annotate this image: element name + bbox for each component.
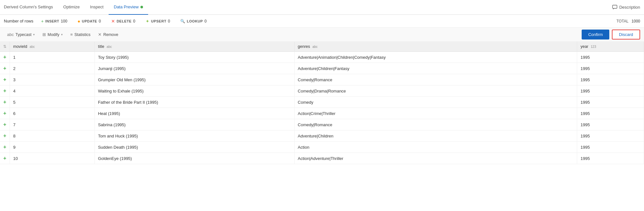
delete-icon: ✕: [111, 19, 115, 24]
col-movieid: movieId abc: [10, 42, 95, 52]
table-row: +3Grumpier Old Men (1995)Comedy|Romance1…: [0, 74, 644, 85]
confirm-button[interactable]: Confirm: [582, 30, 609, 40]
cell-year: 1995: [577, 108, 644, 119]
delete-stat: ✕ DELETE 0: [111, 19, 135, 24]
cell-genres: Action|Crime|Thriller: [294, 108, 577, 119]
comment-icon: [612, 5, 617, 10]
modify-button[interactable]: ⊞ Modify ▾: [39, 31, 66, 38]
update-stat: ● UPDATE 0: [77, 19, 101, 24]
cell-year: 1995: [577, 153, 644, 164]
table-body: +1Toy Story (1995)Adventure|Animation|Ch…: [0, 52, 644, 164]
discard-button[interactable]: Discard: [612, 30, 640, 40]
table-row: +4Waiting to Exhale (1995)Comedy|Drama|R…: [0, 85, 644, 97]
cell-movieid: 8: [10, 130, 95, 142]
cell-genres: Comedy|Drama|Romance: [294, 85, 577, 97]
row-add-button[interactable]: +: [0, 52, 10, 63]
cell-genres: Comedy|Romance: [294, 74, 577, 85]
total-stat: TOTAL 1000: [616, 19, 640, 23]
svg-rect-0: [613, 5, 617, 8]
statistics-button[interactable]: ≡ Statistics: [67, 31, 94, 38]
col-year: year 123: [577, 42, 644, 52]
table-row: +2Jumanji (1995)Adventure|Children|Fanta…: [0, 63, 644, 74]
cell-year: 1995: [577, 97, 644, 108]
cell-movieid: 7: [10, 119, 95, 130]
table-row: +5Father of the Bride Part II (1995)Come…: [0, 97, 644, 108]
cell-genres: Adventure|Animation|Children|Comedy|Fant…: [294, 52, 577, 63]
cell-year: 1995: [577, 119, 644, 130]
cell-movieid: 1: [10, 52, 95, 63]
tab-inspect[interactable]: Inspect: [85, 0, 109, 15]
table-header-row: ⇅ movieId abc title abc genres abc year …: [0, 42, 644, 52]
cell-genres: Comedy: [294, 97, 577, 108]
cell-year: 1995: [577, 74, 644, 85]
cell-genres: Action: [294, 142, 577, 153]
col-title: title abc: [94, 42, 294, 52]
cell-title: Grumpier Old Men (1995): [94, 74, 294, 85]
cell-title: Sabrina (1995): [94, 119, 294, 130]
cell-title: Toy Story (1995): [94, 52, 294, 63]
table-row: +9Sudden Death (1995)Action1995: [0, 142, 644, 153]
cell-movieid: 2: [10, 63, 95, 74]
tab-optimize[interactable]: Optimize: [58, 0, 85, 15]
cell-genres: Adventure|Children|Fantasy: [294, 63, 577, 74]
table-row: +7Sabrina (1995)Comedy|Romance1995: [0, 119, 644, 130]
cell-genres: Action|Adventure|Thriller: [294, 153, 577, 164]
lookup-stat: 🔍 LOOKUP 0: [180, 19, 207, 23]
remove-icon: ✕: [98, 32, 102, 37]
cell-title: Father of the Bride Part II (1995): [94, 97, 294, 108]
row-add-button[interactable]: +: [0, 85, 10, 97]
cell-movieid: 3: [10, 74, 95, 85]
sort-icon[interactable]: ⇅: [3, 44, 6, 49]
lookup-icon: 🔍: [180, 19, 185, 23]
cell-movieid: 4: [10, 85, 95, 97]
table-row: +6Heat (1995)Action|Crime|Thriller1995: [0, 108, 644, 119]
tab-data-preview[interactable]: Data Preview: [109, 0, 148, 15]
typecast-chevron: ▾: [33, 33, 35, 36]
row-add-button[interactable]: +: [0, 97, 10, 108]
row-add-button[interactable]: +: [0, 108, 10, 119]
data-table-wrap: ⇅ movieId abc title abc genres abc year …: [0, 42, 644, 211]
cell-movieid: 6: [10, 108, 95, 119]
confirm-discard-actions: Confirm Discard: [582, 30, 640, 40]
row-add-button[interactable]: +: [0, 119, 10, 130]
cell-genres: Adventure|Children: [294, 130, 577, 142]
upsert-icon: ✦: [146, 19, 149, 24]
cell-year: 1995: [577, 52, 644, 63]
cell-movieid: 9: [10, 142, 95, 153]
statistics-icon: ≡: [70, 32, 73, 37]
update-icon: ●: [77, 19, 80, 24]
upsert-stat: ✦ UPSERT 0: [146, 19, 170, 24]
typecast-icon: abc: [7, 32, 14, 37]
col-sort: ⇅: [0, 42, 10, 52]
cell-year: 1995: [577, 130, 644, 142]
tab-derived-settings[interactable]: Derived Column's Settings: [4, 0, 58, 15]
table-row: +10GoldenEye (1995)Action|Adventure|Thri…: [0, 153, 644, 164]
table-row: +8Tom and Huck (1995)Adventure|Children1…: [0, 130, 644, 142]
row-add-button[interactable]: +: [0, 153, 10, 164]
cell-title: Sudden Death (1995): [94, 142, 294, 153]
remove-button[interactable]: ✕ Remove: [95, 31, 121, 38]
cell-title: GoldenEye (1995): [94, 153, 294, 164]
cell-title: Jumanji (1995): [94, 63, 294, 74]
cell-movieid: 5: [10, 97, 95, 108]
row-add-button[interactable]: +: [0, 63, 10, 74]
toolbar: abc Typecast ▾ ⊞ Modify ▾ ≡ Statistics ✕…: [0, 28, 644, 42]
cell-genres: Comedy|Romance: [294, 119, 577, 130]
row-add-button[interactable]: +: [0, 74, 10, 85]
cell-year: 1995: [577, 142, 644, 153]
stats-bar: Number of rows + INSERT 100 ● UPDATE 0 ✕…: [0, 15, 644, 28]
description-button[interactable]: Description: [612, 5, 640, 10]
cell-year: 1995: [577, 85, 644, 97]
modify-icon: ⊞: [42, 32, 46, 37]
cell-movieid: 10: [10, 153, 95, 164]
row-add-button[interactable]: +: [0, 130, 10, 142]
insert-stat: + INSERT 100: [41, 19, 67, 24]
modify-chevron: ▾: [61, 33, 63, 36]
data-table: ⇅ movieId abc title abc genres abc year …: [0, 42, 644, 164]
cell-title: Heat (1995): [94, 108, 294, 119]
cell-year: 1995: [577, 63, 644, 74]
row-add-button[interactable]: +: [0, 142, 10, 153]
insert-icon: +: [41, 19, 44, 24]
typecast-button[interactable]: abc Typecast ▾: [4, 31, 38, 38]
col-genres: genres abc: [294, 42, 577, 52]
